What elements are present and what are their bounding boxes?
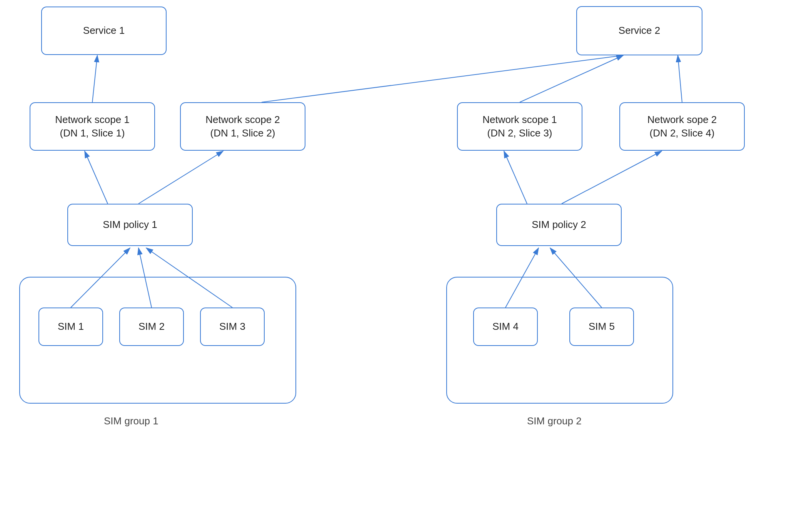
diagram-container: Service 1 Service 2 Network scope 1(DN 1… <box>0 0 809 532</box>
simpolicy2-label: SIM policy 2 <box>532 218 586 231</box>
arrows-svg <box>0 0 809 532</box>
netscope1-node: Network scope 1(DN 1, Slice 1) <box>30 102 155 151</box>
svg-line-4 <box>85 151 108 204</box>
sim2-label: SIM 2 <box>138 320 165 333</box>
simpolicy2-node: SIM policy 2 <box>496 204 622 246</box>
svg-line-13 <box>678 55 682 102</box>
svg-line-11 <box>562 151 662 204</box>
netscope4-label: Network sope 2(DN 2, Slice 4) <box>647 113 717 140</box>
service2-label: Service 2 <box>619 24 660 37</box>
service2-node: Service 2 <box>576 6 702 55</box>
sim3-node: SIM 3 <box>200 308 265 346</box>
sim1-node: SIM 1 <box>38 308 103 346</box>
sim1-label: SIM 1 <box>58 320 84 333</box>
simgroup2-label: SIM group 2 <box>527 415 582 427</box>
simgroup1-label: SIM group 1 <box>104 415 158 427</box>
netscope3-node: Network scope 1(DN 2, Slice 3) <box>457 102 582 151</box>
netscope2-node: Network scope 2(DN 1, Slice 2) <box>180 102 305 151</box>
svg-line-6 <box>92 55 97 102</box>
simpolicy1-label: SIM policy 1 <box>103 218 157 231</box>
sim4-node: SIM 4 <box>473 308 538 346</box>
svg-line-12 <box>520 55 623 102</box>
simpolicy1-node: SIM policy 1 <box>67 204 193 246</box>
sim2-node: SIM 2 <box>119 308 184 346</box>
service1-node: Service 1 <box>41 7 167 55</box>
sim4-label: SIM 4 <box>492 320 519 333</box>
netscope4-node: Network sope 2(DN 2, Slice 4) <box>619 102 745 151</box>
sim5-node: SIM 5 <box>569 308 634 346</box>
svg-line-10 <box>504 151 527 204</box>
service1-label: Service 1 <box>83 24 125 37</box>
svg-line-7 <box>262 55 623 102</box>
sim3-label: SIM 3 <box>219 320 245 333</box>
svg-line-5 <box>138 151 223 204</box>
netscope1-label: Network scope 1(DN 1, Slice 1) <box>55 113 130 140</box>
sim5-label: SIM 5 <box>589 320 615 333</box>
netscope2-label: Network scope 2(DN 1, Slice 2) <box>205 113 280 140</box>
netscope3-label: Network scope 1(DN 2, Slice 3) <box>482 113 557 140</box>
